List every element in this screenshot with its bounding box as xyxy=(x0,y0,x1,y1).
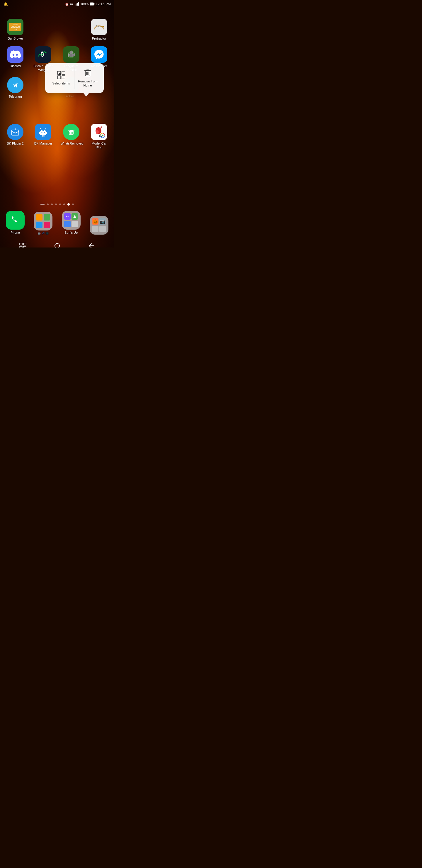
svg-rect-19 xyxy=(74,53,75,56)
app-row-4: BK Plugin 2 xyxy=(2,121,112,152)
svg-rect-15 xyxy=(70,54,73,57)
status-right: ⏰ 4G 100% 12:16 PM xyxy=(65,2,111,6)
dock-surfsup[interactable]: Surf's Up xyxy=(60,211,83,235)
svg-rect-4 xyxy=(78,2,79,6)
discord-icon xyxy=(7,46,24,63)
home-button[interactable] xyxy=(51,240,63,248)
data-icon: 4G xyxy=(70,2,74,6)
svg-rect-68 xyxy=(24,246,26,248)
home-icon xyxy=(54,243,60,248)
whatsremoved-svg xyxy=(66,126,77,137)
phone-icon xyxy=(6,211,25,229)
remove-from-home-menu-item[interactable]: Remove from Home xyxy=(74,66,101,90)
app-bkmanager[interactable]: BK Manager xyxy=(31,124,55,149)
page-dots xyxy=(0,200,114,209)
folder1-icon xyxy=(34,212,53,230)
svg-rect-30 xyxy=(87,70,89,71)
folder1-app4 xyxy=(44,222,50,228)
back-icon xyxy=(89,243,94,248)
discord-svg xyxy=(10,51,21,59)
bitcoin-icon: ₿ xyxy=(35,46,51,63)
svg-rect-44 xyxy=(43,135,44,137)
svg-rect-43 xyxy=(42,135,43,137)
gunbroker-icon: GUNBROKER.COM xyxy=(7,19,24,35)
folder1-app3 xyxy=(36,222,42,228)
page-dot-3 xyxy=(55,204,57,205)
svg-point-63 xyxy=(66,215,69,218)
svg-point-62 xyxy=(102,134,103,136)
svg-rect-40 xyxy=(40,131,46,135)
gunbroker-logo: GUNBROKER.COM xyxy=(9,23,22,31)
app-label-antlion: Antlion... xyxy=(66,95,76,98)
svg-rect-41 xyxy=(39,132,40,134)
app-label-whatsremoved: WhatsRemoved xyxy=(61,142,82,146)
dock-phone-label: Phone xyxy=(10,231,20,235)
dock-surfsup-label: Surf's Up xyxy=(64,231,78,235)
svg-rect-6 xyxy=(94,3,94,4)
page-dot-5 xyxy=(63,204,65,205)
app-gunbroker[interactable]: GUNBROKER.COM GunBroker xyxy=(3,19,27,40)
surfsup-app1 xyxy=(64,213,71,220)
page-dot-2 xyxy=(51,204,53,205)
remove-from-home-label: Remove from Home xyxy=(76,79,99,88)
folder1-app2 xyxy=(44,214,50,220)
dock-folder1-sublabel: 🤖 💤 🌑 xyxy=(37,232,48,235)
dock: Phone 🤖 💤 🌑 xyxy=(0,209,114,238)
app-label-bkplugin2: BK Plugin 2 xyxy=(7,142,24,146)
app-label-gunbroker: GunBroker xyxy=(7,37,23,40)
bkmanager-svg xyxy=(37,126,48,137)
svg-rect-2 xyxy=(76,3,77,6)
select-items-label: Select items xyxy=(53,81,70,85)
svg-rect-26 xyxy=(62,76,65,79)
app-label-protractor: Protractor xyxy=(92,37,106,40)
folder2-app4 xyxy=(99,226,106,232)
dock-folder2[interactable]: 🎃 📷 xyxy=(87,216,111,235)
whatsremoved-icon xyxy=(63,124,79,140)
protractor-svg xyxy=(93,21,105,33)
app-whatsremoved[interactable]: WhatsRemoved xyxy=(60,124,83,149)
time-display: 12:16 PM xyxy=(96,2,111,6)
surfsup-app4 xyxy=(71,221,78,227)
surfsup-app3 xyxy=(64,221,71,227)
folder2-app2: 📷 xyxy=(99,218,106,225)
folder2-app1: 🎃 xyxy=(92,218,98,225)
svg-rect-5 xyxy=(90,3,94,5)
svg-rect-18 xyxy=(68,53,69,57)
app-protractor[interactable]: Protractor xyxy=(87,19,111,40)
svg-rect-66 xyxy=(24,243,26,245)
dock-phone[interactable]: Phone xyxy=(3,211,27,235)
bkplugin2-svg xyxy=(10,126,21,137)
svg-marker-64 xyxy=(73,215,76,218)
telegram-icon xyxy=(7,77,24,93)
app-label-bkmanager: BK Manager xyxy=(34,142,52,146)
app-telegram[interactable]: Telegram xyxy=(3,77,27,98)
telegram-svg xyxy=(10,80,20,90)
lob-icon xyxy=(63,46,79,63)
svg-point-46 xyxy=(44,132,45,133)
svg-rect-67 xyxy=(20,246,22,248)
app-bkplugin2[interactable]: BK Plugin 2 xyxy=(3,124,27,149)
surfsup-icon xyxy=(62,211,80,229)
notification-bell-icon: 🔔 xyxy=(3,2,8,6)
recent-apps-button[interactable] xyxy=(17,240,29,248)
app-modelcar[interactable]: FC. Model Car Blog xyxy=(87,124,111,149)
back-button[interactable] xyxy=(86,240,97,248)
folder2-app3 xyxy=(92,226,98,232)
recent-icon xyxy=(20,243,26,248)
svg-text:₿: ₿ xyxy=(41,51,44,58)
messenger-svg xyxy=(94,49,104,60)
svg-rect-69 xyxy=(55,243,60,248)
select-items-menu-item[interactable]: Select items xyxy=(48,66,74,90)
svg-text:4G: 4G xyxy=(70,3,73,6)
lob-svg xyxy=(65,48,78,61)
messenger-icon xyxy=(91,46,107,63)
svg-rect-65 xyxy=(20,243,22,245)
dock-folder1[interactable]: 🤖 💤 🌑 xyxy=(31,212,55,235)
spacer xyxy=(0,152,114,200)
svg-rect-52 xyxy=(70,130,73,131)
page-dot-menu xyxy=(40,204,44,205)
select-items-icon xyxy=(57,71,66,80)
app-discord[interactable]: Discord xyxy=(3,46,27,72)
surfsup-app2 xyxy=(71,213,78,220)
alarm-icon: ⏰ xyxy=(65,3,69,6)
